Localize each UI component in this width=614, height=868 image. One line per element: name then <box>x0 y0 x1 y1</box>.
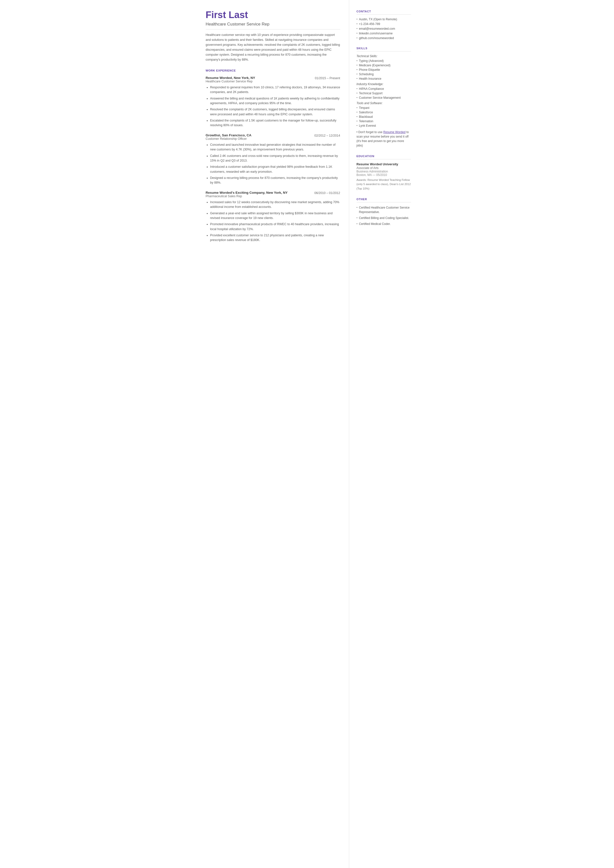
job-2-bullets: Conceived and launched innovative lead g… <box>210 143 340 185</box>
edu-awards: Awards: Resume Worded Teaching Fellow (o… <box>357 178 411 191</box>
skill-technical-support: Technical Support <box>357 92 411 95</box>
skill-hipaa: HIPAA Compliance <box>357 87 411 90</box>
job-1-bullets: Responded to general inquiries from 10 c… <box>210 85 340 128</box>
skills-label: SKILLS <box>357 47 411 51</box>
summary-text: Healthcare customer service rep with 10 … <box>206 33 340 62</box>
tools-label: Tools and Software: <box>357 101 411 105</box>
contact-section: CONTACT Austin, TX (Open to Remote) +1-2… <box>357 10 411 40</box>
education-label: EDUCATION <box>357 155 411 159</box>
job-1-header: Resume Worded, New York, NY Healthcare C… <box>206 76 340 84</box>
job-2-header: Growthsi, San Francisco, CA Customer Rel… <box>206 134 340 141</box>
edu-school: Resume Worded University <box>357 162 411 166</box>
job-3: Resume Worded's Exciting Company, New Yo… <box>206 191 340 243</box>
tool-timpani: Timpani <box>357 106 411 110</box>
contact-phone: +1-234-456-789 <box>357 22 411 26</box>
job-1-company-title: Resume Worded, New York, NY Healthcare C… <box>206 76 255 84</box>
skill-health-insurance: Health Insurance <box>357 77 411 81</box>
job-1-date: 01/2015 – Present <box>315 76 340 80</box>
job-2-company-title: Growthsi, San Francisco, CA Customer Rel… <box>206 134 251 141</box>
left-column: First Last Healthcare Customer Service R… <box>196 0 349 868</box>
other-item-3: Certified Medical Coder. <box>357 222 411 226</box>
tool-blackbaud: Blackbaud <box>357 115 411 118</box>
job-3-bullet-3: Promoted innovative pharmaceutical produ… <box>210 222 340 231</box>
job-2-company: Growthsi, San Francisco, CA <box>206 134 251 137</box>
skill-typing: Typing (Advanced) <box>357 59 411 63</box>
tool-salesforce: Salesforce <box>357 110 411 114</box>
resume-worded-link[interactable]: Resume Worded <box>383 130 406 134</box>
skills-section: SKILLS Technical Skills: Typing (Advance… <box>357 47 411 148</box>
technical-skills-list: Typing (Advanced) Medicare (Experienced)… <box>357 59 411 81</box>
job-3-bullets: Increased sales for 12 weeks consecutive… <box>210 200 340 243</box>
resume-container: First Last Healthcare Customer Service R… <box>196 0 419 868</box>
contact-github: github.com/resumeworded <box>357 36 411 40</box>
tool-telemation: Telemation <box>357 120 411 123</box>
job-2-bullet-1: Conceived and launched innovative lead g… <box>210 143 340 152</box>
contact-label: CONTACT <box>357 10 411 15</box>
contact-email: email@resumeworded.com <box>357 27 411 30</box>
job-2-date: 02/2012 – 12/2014 <box>314 134 340 137</box>
education-section: EDUCATION Resume Worded University Assoc… <box>357 155 411 191</box>
work-experience-label: WORK EXPERIENCE <box>206 69 340 72</box>
job-2-bullet-4: Designed a recurring billing process for… <box>210 175 340 185</box>
tool-lynk: Lynk Everest <box>357 124 411 127</box>
edu-location: Boston, MA — 05/2010 <box>357 173 411 177</box>
job-2-bullet-3: Introduced a customer satisfaction progr… <box>210 165 340 174</box>
skill-medicare: Medicare (Experienced) <box>357 64 411 67</box>
job-1-bullet-1: Responded to general inquiries from 10 c… <box>210 85 340 95</box>
candidate-name: First Last <box>206 10 340 20</box>
industry-knowledge-label: Industry Knowledge: <box>357 82 411 86</box>
job-1-bullet-2: Answered the billing and medical questio… <box>210 96 340 106</box>
contact-location: Austin, TX (Open to Remote) <box>357 17 411 21</box>
contact-linkedin: linkedin.com/in/username <box>357 32 411 35</box>
job-1: Resume Worded, New York, NY Healthcare C… <box>206 76 340 128</box>
job-1-title: Healthcare Customer Service Rep <box>206 80 255 83</box>
other-list: Certified Healthcare Customer Service Re… <box>357 205 411 226</box>
job-3-bullet-1: Increased sales for 12 weeks consecutive… <box>210 200 340 210</box>
other-item-2: Certified Billing and Coding Specialist. <box>357 216 411 220</box>
candidate-title: Healthcare Customer Service Rep <box>206 22 340 30</box>
other-section: OTHER Certified Healthcare Customer Serv… <box>357 198 411 226</box>
edu-field: Business Administration <box>357 170 411 173</box>
job-3-title: Pharmaceutical Sales Rep <box>206 194 288 198</box>
industry-knowledge-list: HIPAA Compliance Technical Support Custo… <box>357 87 411 99</box>
job-1-company: Resume Worded, New York, NY <box>206 76 255 80</box>
resume-worded-note: • Don't forget to use Resume Worded to s… <box>357 130 411 148</box>
job-2-bullet-2: Called 2.4K customers and cross-sold new… <box>210 154 340 163</box>
technical-skills-label: Technical Skills: <box>357 54 411 58</box>
skill-csm: Customer Service Management <box>357 96 411 99</box>
contact-list: Austin, TX (Open to Remote) +1-234-456-7… <box>357 17 411 40</box>
right-column: CONTACT Austin, TX (Open to Remote) +1-2… <box>349 0 419 868</box>
job-3-date: 06/2010 – 01/2012 <box>314 191 340 195</box>
other-item-1: Certified Healthcare Customer Service Re… <box>357 205 411 214</box>
skill-scheduling: Scheduling <box>357 73 411 76</box>
job-3-bullet-2: Generated a year-end sale within assigne… <box>210 211 340 221</box>
other-label: OTHER <box>357 198 411 202</box>
job-3-company: Resume Worded's Exciting Company, New Yo… <box>206 191 288 194</box>
job-3-bullet-4: Provided excellent customer service to 2… <box>210 233 340 243</box>
job-3-company-title: Resume Worded's Exciting Company, New Yo… <box>206 191 288 199</box>
edu-entry: Resume Worded University Associate of Ar… <box>357 162 411 191</box>
job-2: Growthsi, San Francisco, CA Customer Rel… <box>206 134 340 185</box>
job-1-bullet-4: Escalated the complaints of 1.5K upset c… <box>210 118 340 128</box>
skill-phone: Phone Etiquette <box>357 68 411 71</box>
job-1-bullet-3: Resolved the complaints of 2K customers,… <box>210 107 340 117</box>
job-3-header: Resume Worded's Exciting Company, New Yo… <box>206 191 340 199</box>
edu-degree: Associate of Arts <box>357 166 411 170</box>
job-2-title: Customer Relationship Officer <box>206 137 251 141</box>
tools-list: Timpani Salesforce Blackbaud Telemation … <box>357 106 411 127</box>
